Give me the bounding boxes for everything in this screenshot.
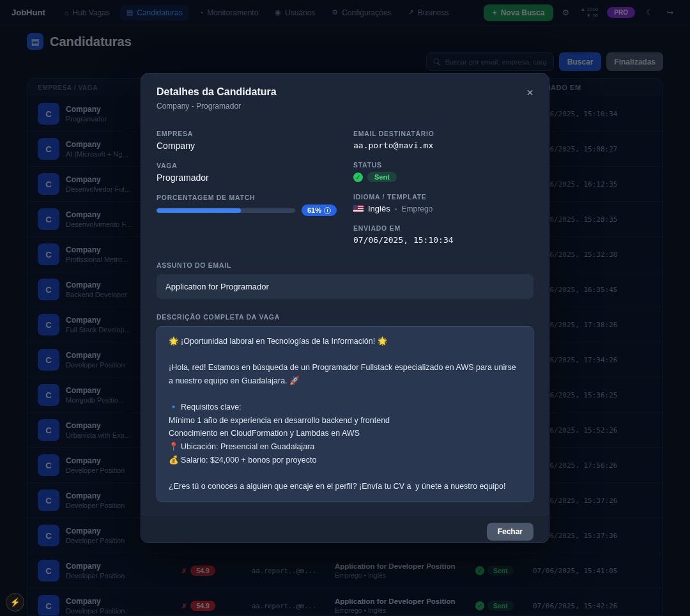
vaga-label: VAGA bbox=[157, 162, 337, 169]
idioma-value: Inglês bbox=[368, 204, 390, 213]
match-label: PORCENTAGEM DE MATCH bbox=[157, 194, 337, 201]
vaga-value: Programador bbox=[157, 173, 337, 183]
status-sent-badge: Sent bbox=[367, 172, 397, 182]
close-icon[interactable]: × bbox=[526, 86, 533, 98]
fechar-button[interactable]: Fechar bbox=[487, 523, 533, 541]
email-destinatario-value: aa.porto@mavi.mx bbox=[353, 141, 533, 150]
status-label: STATUS bbox=[353, 161, 533, 169]
match-percentage-badge: 61% i bbox=[302, 204, 337, 216]
match-progress-fill bbox=[157, 208, 241, 213]
assunto-label: ASSUNTO DO EMAIL bbox=[157, 261, 533, 269]
status-check-icon: ✓ bbox=[353, 173, 363, 182]
enviado-em-value: 07/06/2025, 15:10:34 bbox=[353, 235, 533, 245]
devtools-lightning-button[interactable]: ⚡ bbox=[6, 593, 24, 612]
modal-subtitle: Company - Programador bbox=[157, 102, 277, 111]
descricao-label: DESCRIÇÃO COMPLETA DA VAGA bbox=[157, 313, 533, 321]
separator-dot: • bbox=[395, 205, 397, 213]
us-flag-icon bbox=[353, 205, 364, 212]
template-value: Emprego bbox=[402, 204, 433, 213]
enviado-em-label: ENVIADO EM bbox=[353, 224, 533, 232]
idioma-template-label: IDIOMA / TEMPLATE bbox=[353, 193, 533, 201]
info-icon: i bbox=[324, 207, 331, 214]
email-subject-field[interactable]: Application for Programador bbox=[157, 274, 533, 299]
lightning-icon: ⚡ bbox=[10, 597, 20, 607]
match-progress-track bbox=[157, 208, 295, 213]
job-description-scrollbox[interactable]: 🌟 ¡Oportunidad laboral en Tecnologías de… bbox=[157, 326, 533, 502]
candidatura-details-modal: Detalhes da Candidatura Company - Progra… bbox=[141, 73, 549, 543]
empresa-label: EMPRESA bbox=[157, 130, 337, 137]
match-percentage-value: 61% bbox=[307, 206, 321, 214]
email-destinatario-label: EMAIL DESTINATÁRIO bbox=[353, 130, 533, 137]
modal-title: Detalhes da Candidatura bbox=[157, 86, 277, 98]
empresa-value: Company bbox=[157, 141, 337, 151]
